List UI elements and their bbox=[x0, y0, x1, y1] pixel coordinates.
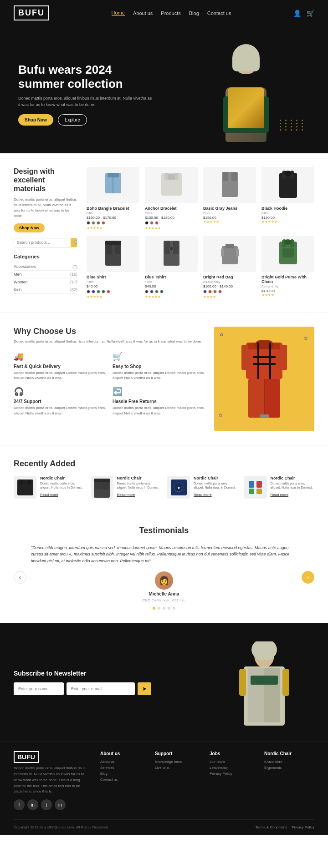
nav-home[interactable]: Home bbox=[112, 10, 125, 16]
footer-link[interactable]: Live chat bbox=[155, 766, 205, 770]
color-dot[interactable] bbox=[155, 290, 159, 293]
newsletter-name-input[interactable] bbox=[14, 682, 64, 695]
privacy-link[interactable]: Privacy Policy bbox=[292, 825, 314, 829]
testimonial-container: ‹ "Donec nibh magna, interdum quis massa… bbox=[14, 545, 314, 610]
sidebar-shop-button[interactable]: Shop Now bbox=[14, 223, 45, 232]
product-rating: ★★★★★ bbox=[87, 295, 139, 299]
footer-link[interactable]: Services bbox=[100, 766, 150, 770]
color-dot[interactable] bbox=[87, 221, 90, 225]
shop-description: Donec mattis porta eros, aliquet finibus… bbox=[14, 197, 77, 219]
footer-link[interactable]: Contact us bbox=[100, 777, 150, 782]
product-card[interactable]: Boho Bangle Bracelet Filter $150.00 - $1… bbox=[87, 167, 139, 230]
color-dot[interactable] bbox=[97, 290, 100, 293]
hero-explore-button[interactable]: Explore bbox=[58, 114, 87, 126]
footer-link[interactable]: Ergonomic bbox=[264, 766, 314, 770]
product-card[interactable]: Bright Red Bag As-currently $100.00 - $1… bbox=[203, 236, 256, 299]
product-card[interactable]: Basic Gray Jeans Filter $150.00 ★★★★★ bbox=[203, 167, 256, 230]
footer-link[interactable]: Privacy Policy bbox=[210, 772, 260, 776]
category-men[interactable]: Men (16) bbox=[14, 271, 77, 278]
footer-link[interactable]: Our team bbox=[210, 760, 260, 764]
product-filter: Filter bbox=[87, 212, 139, 215]
svg-point-29 bbox=[284, 239, 292, 245]
product-card[interactable]: Black Hoodie Filter $150.00 ★★★★★ bbox=[261, 167, 314, 230]
color-dot[interactable] bbox=[160, 290, 164, 293]
read-more-link[interactable]: Read more bbox=[271, 493, 289, 497]
cart-icon[interactable]: 🛒 bbox=[307, 10, 314, 17]
returns-icon: ↩️ bbox=[113, 387, 205, 397]
footer-link[interactable]: About us bbox=[100, 760, 150, 764]
twitter-icon[interactable]: t bbox=[41, 799, 52, 810]
svg-rect-66 bbox=[282, 669, 289, 696]
product-price: $40.00 bbox=[87, 284, 139, 288]
search-input[interactable] bbox=[14, 238, 71, 247]
color-dot[interactable] bbox=[97, 221, 100, 225]
color-dot[interactable] bbox=[155, 221, 159, 225]
category-accessories[interactable]: Accessories (7) bbox=[14, 263, 77, 271]
color-dot[interactable] bbox=[107, 290, 110, 293]
next-testimonial-button[interactable]: › bbox=[302, 571, 314, 584]
color-options bbox=[87, 221, 139, 225]
feature-title: 24/7 Support bbox=[14, 399, 106, 404]
dot-3[interactable] bbox=[163, 607, 165, 610]
footer-link[interactable]: Leadership bbox=[210, 766, 260, 770]
nav-products[interactable]: Products bbox=[161, 10, 180, 16]
color-dot[interactable] bbox=[87, 290, 90, 293]
color-dot[interactable] bbox=[145, 290, 149, 293]
newsletter-submit-button[interactable]: ➤ bbox=[138, 682, 151, 695]
newsletter-title: Subscribe to Newsletter bbox=[14, 670, 151, 677]
dot-5[interactable] bbox=[173, 607, 175, 610]
footer-col-jobs: Jobs Our team Leadership Privacy Policy bbox=[210, 751, 260, 810]
product-name: Bright Gold Purse With Chain bbox=[261, 275, 314, 284]
footer-link[interactable]: Blog bbox=[100, 772, 150, 776]
dot-4[interactable] bbox=[168, 607, 170, 610]
svg-rect-46 bbox=[20, 479, 23, 485]
product-name: Blue Tshirt bbox=[145, 275, 198, 279]
product-card[interactable]: Anchor Bracelet Filter $150.00 - $180.00… bbox=[145, 167, 198, 230]
nav-blog[interactable]: Blog bbox=[189, 10, 199, 16]
facebook-icon[interactable]: f bbox=[14, 799, 25, 810]
color-dot[interactable] bbox=[145, 221, 149, 225]
color-dot[interactable] bbox=[203, 290, 207, 293]
category-kids[interactable]: Kids (52) bbox=[14, 286, 77, 294]
read-more-link[interactable]: Read more bbox=[194, 493, 212, 497]
color-dot[interactable] bbox=[102, 221, 105, 225]
read-more-link[interactable]: Read more bbox=[40, 493, 58, 497]
user-icon[interactable]: 👤 bbox=[293, 10, 301, 17]
footer-link[interactable]: Kruzo Aero bbox=[264, 760, 314, 764]
recent-image: ★ bbox=[167, 476, 190, 499]
color-dot[interactable] bbox=[150, 290, 154, 293]
nav-about[interactable]: About us bbox=[133, 10, 153, 16]
testimonial-content: "Donec nibh magna, interdum quis massa s… bbox=[31, 545, 297, 610]
footer-link[interactable]: Knowledge base bbox=[155, 760, 205, 764]
product-filter: Filter bbox=[203, 212, 256, 215]
color-dot[interactable] bbox=[218, 290, 222, 293]
color-dot[interactable] bbox=[150, 221, 154, 225]
terms-link[interactable]: Terms & Conditions bbox=[256, 825, 287, 829]
newsletter-email-input[interactable] bbox=[67, 682, 135, 695]
color-dot[interactable] bbox=[92, 221, 95, 225]
category-count: (16) bbox=[70, 272, 77, 277]
category-women[interactable]: Women (17) bbox=[14, 278, 77, 286]
product-card[interactable]: Bright Gold Purse With Chain As-currentl… bbox=[261, 236, 314, 299]
linkedin-icon[interactable]: in bbox=[55, 799, 66, 810]
nav-contact[interactable]: Contact us bbox=[207, 10, 231, 16]
footer-logo[interactable]: BUFU bbox=[14, 751, 39, 763]
product-card[interactable]: Blue Shirt Filter $40.00 ★★★★★ bbox=[87, 236, 139, 299]
social-icons: f in t in bbox=[14, 799, 87, 810]
color-dot[interactable] bbox=[92, 290, 95, 293]
product-card[interactable]: Blue Tshirt Filter $40.00 ★★★★★ bbox=[145, 236, 198, 299]
dot-2[interactable] bbox=[158, 607, 160, 610]
read-more-link[interactable]: Read more bbox=[117, 493, 135, 497]
color-dot[interactable] bbox=[102, 290, 105, 293]
hero-shop-button[interactable]: Shop Now bbox=[18, 114, 53, 126]
dot-1[interactable] bbox=[153, 607, 155, 610]
color-dot[interactable] bbox=[213, 290, 217, 293]
product-rating: ★★★★ bbox=[203, 295, 256, 299]
instagram-icon[interactable]: in bbox=[27, 799, 38, 810]
product-name: Bright Red Bag bbox=[203, 275, 256, 279]
footer-col-support: Support Knowledge base Live chat bbox=[155, 751, 205, 810]
search-button[interactable]: 🔍 bbox=[71, 238, 77, 247]
prev-testimonial-button[interactable]: ‹ bbox=[14, 571, 26, 584]
color-dot[interactable] bbox=[208, 290, 212, 293]
brand-logo[interactable]: BUFU bbox=[14, 5, 49, 20]
